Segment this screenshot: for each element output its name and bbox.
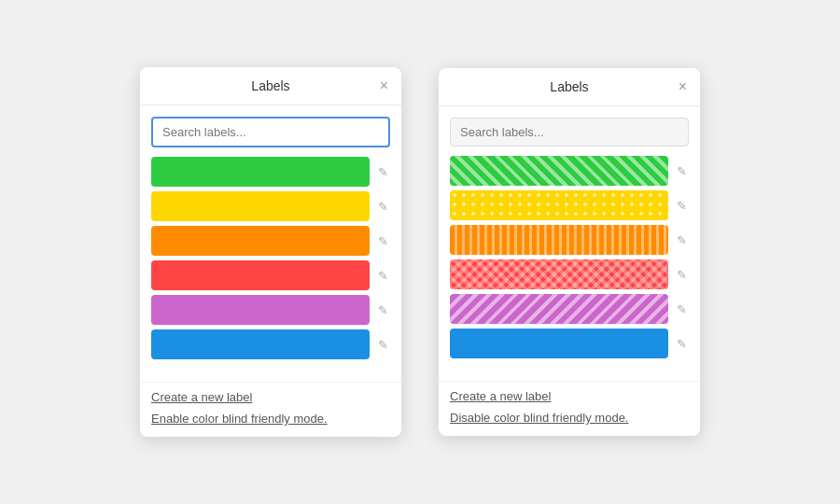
panel-body: ✎ ✎ ✎ ✎ — [140, 105, 401, 382]
edit-icon[interactable]: ✎ — [375, 302, 390, 317]
create-new-label-link[interactable]: Create a new label — [151, 390, 390, 404]
label-row: ✎ — [151, 157, 390, 187]
edit-icon[interactable]: ✎ — [375, 164, 390, 179]
label-bar-red[interactable] — [151, 260, 370, 290]
label-row: ✎ — [450, 329, 689, 358]
label-bar-orange-pattern[interactable] — [450, 225, 668, 255]
label-row: ✎ — [151, 295, 390, 325]
color-blind-mode-link[interactable]: Enable color blind friendly mode. — [151, 412, 390, 426]
panel-body: ✎ ✎ ✎ ✎ ✎ ✎ — [439, 106, 700, 381]
label-bar-purple-pattern[interactable] — [450, 294, 668, 324]
panel-footer: Create a new label Disable color blind f… — [439, 381, 700, 436]
label-bar-green[interactable] — [151, 157, 370, 187]
labels-list: ✎ ✎ ✎ ✎ — [151, 157, 390, 359]
panel-header: Labels × — [140, 67, 401, 105]
panel-header: Labels × — [439, 68, 700, 106]
label-row: ✎ — [151, 260, 390, 290]
label-row: ✎ — [151, 329, 390, 359]
search-input[interactable] — [450, 118, 689, 147]
label-row: ✎ — [151, 226, 390, 256]
label-bar-yellow[interactable] — [151, 191, 370, 221]
search-input[interactable] — [151, 117, 390, 147]
edit-icon[interactable]: ✎ — [674, 301, 689, 316]
edit-icon[interactable]: ✎ — [375, 233, 390, 248]
label-bar-blue[interactable] — [450, 329, 668, 358]
labels-panel-colorblind: Labels × ✎ ✎ ✎ ✎ ✎ — [439, 68, 700, 436]
label-bar-blue[interactable] — [151, 329, 370, 359]
label-row: ✎ — [151, 191, 390, 221]
create-new-label-link[interactable]: Create a new label — [450, 389, 689, 403]
labels-list: ✎ ✎ ✎ ✎ ✎ ✎ — [450, 156, 689, 358]
label-row: ✎ — [450, 294, 689, 324]
label-row: ✎ — [450, 259, 689, 289]
edit-icon[interactable]: ✎ — [674, 267, 689, 282]
close-button[interactable]: × — [380, 78, 388, 93]
label-bar-yellow-pattern[interactable] — [450, 190, 668, 220]
label-bar-red-pattern[interactable] — [450, 259, 668, 289]
label-bar-green-pattern[interactable] — [450, 156, 668, 186]
panel-title: Labels — [550, 79, 588, 94]
color-blind-mode-link[interactable]: Disable color blind friendly mode. — [450, 411, 689, 425]
edit-icon[interactable]: ✎ — [674, 198, 689, 213]
label-bar-purple[interactable] — [151, 295, 370, 325]
close-button[interactable]: × — [679, 79, 687, 94]
label-row: ✎ — [450, 156, 689, 186]
edit-icon[interactable]: ✎ — [375, 268, 390, 283]
panel-footer: Create a new label Enable color blind fr… — [140, 382, 401, 437]
label-row: ✎ — [450, 190, 689, 220]
edit-icon[interactable]: ✎ — [674, 232, 689, 247]
edit-icon[interactable]: ✎ — [674, 336, 689, 351]
panel-title: Labels — [251, 78, 289, 93]
labels-panel-normal: Labels × ✎ ✎ ✎ — [140, 67, 401, 437]
edit-icon[interactable]: ✎ — [375, 199, 390, 214]
edit-icon[interactable]: ✎ — [375, 337, 390, 352]
edit-icon[interactable]: ✎ — [674, 163, 689, 178]
label-bar-orange[interactable] — [151, 226, 370, 256]
label-row: ✎ — [450, 225, 689, 255]
